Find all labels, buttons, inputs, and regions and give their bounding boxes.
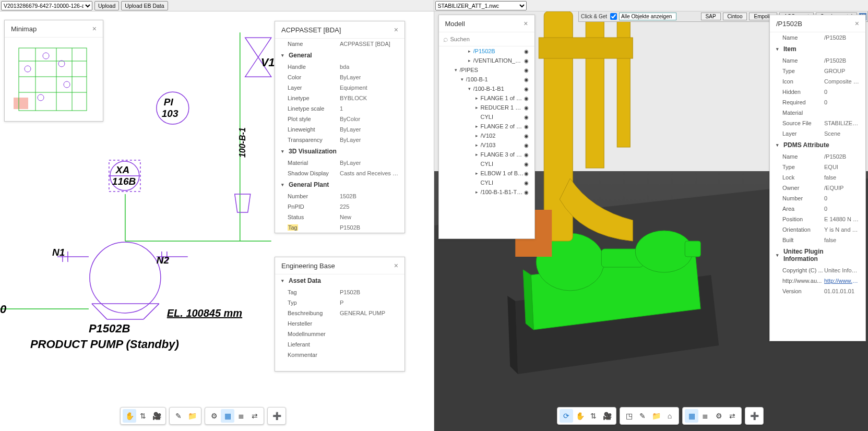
property-row: http://www.au...http://www.unitec.de xyxy=(770,276,865,286)
tree-item[interactable]: ▸ELBOW 1 of BRANCH◉ xyxy=(439,169,534,178)
eye-icon[interactable]: ◉ xyxy=(524,161,531,167)
property-row: Copyright (C) ...Unitec Informationssyst… xyxy=(770,265,865,276)
property-row: Lockfalse xyxy=(770,172,865,183)
right-topbar: STABILIZER_ATT_1.nwc xyxy=(434,0,869,11)
camera-icon[interactable]: 🎥 xyxy=(150,409,163,423)
layers-icon[interactable]: ≣ xyxy=(234,409,248,423)
close-icon[interactable]: × xyxy=(394,261,398,270)
eye-icon[interactable]: ◉ xyxy=(524,58,531,64)
tree-item[interactable]: ▾/100-B-1◉ xyxy=(439,75,534,84)
eye-icon[interactable]: ◉ xyxy=(524,171,531,176)
property-row: Name/P1502B xyxy=(770,55,865,66)
tree-item[interactable]: ▸/V102◉ xyxy=(439,131,534,140)
eye-icon[interactable]: ◉ xyxy=(524,114,531,120)
svg-point-43 xyxy=(38,94,44,101)
prop-title: ACPPASSET [BDA] xyxy=(281,26,341,34)
eye-icon[interactable]: ◉ xyxy=(524,86,531,92)
section-3d-vis[interactable]: ▾3D Visualization xyxy=(275,145,405,158)
eye-icon[interactable]: ◉ xyxy=(524,67,531,73)
gear-icon[interactable]: ⚙ xyxy=(712,409,726,423)
updown-icon[interactable]: ⇅ xyxy=(587,409,600,423)
tree-search-input[interactable] xyxy=(450,36,530,42)
tree-item[interactable]: ▸REDUCER 1 of BRANCH◉ xyxy=(439,103,534,112)
swap-icon[interactable]: ⇄ xyxy=(726,409,739,423)
eye-icon[interactable]: ◉ xyxy=(524,152,531,158)
grid-icon[interactable]: ▦ xyxy=(685,409,698,423)
sap-button[interactable]: SAP xyxy=(701,13,721,20)
section-head[interactable]: ▾Unitec Plugin Information xyxy=(770,245,865,265)
pencil-icon[interactable]: ✎ xyxy=(636,409,649,423)
folder-icon[interactable]: 📁 xyxy=(185,409,199,423)
tree-item[interactable]: ▸FLANGE 3 of BRANCH◉ xyxy=(439,150,534,159)
click-get-checkbox[interactable] xyxy=(610,13,617,20)
upload-button[interactable]: Upload xyxy=(94,1,119,10)
eye-icon[interactable]: ◉ xyxy=(524,189,531,195)
close-icon[interactable]: × xyxy=(855,19,859,28)
cube-icon[interactable]: ◳ xyxy=(622,409,636,423)
tree-item[interactable]: ▸FLANGE 2 of BRANCH◉ xyxy=(439,122,534,131)
svg-rect-32 xyxy=(19,48,87,111)
close-icon[interactable]: × xyxy=(524,19,528,28)
tree-item[interactable]: CYLI◉ xyxy=(439,159,534,169)
plus-icon[interactable]: ➕ xyxy=(747,409,761,423)
property-row: Source FileSTABILIZER_ATT_1.nwc xyxy=(770,118,865,128)
section-general-plant[interactable]: ▾General Plant xyxy=(275,178,405,191)
plus-icon[interactable]: ➕ xyxy=(270,409,283,423)
tree-item[interactable]: ▸/P1502B◉ xyxy=(439,46,534,56)
hand-icon[interactable]: ✋ xyxy=(123,409,136,423)
pencil-icon[interactable]: ✎ xyxy=(172,409,185,423)
camera-icon[interactable]: 🎥 xyxy=(600,409,614,423)
swap-icon[interactable]: ⇄ xyxy=(248,409,261,423)
tree-item[interactable]: ▸/100-B-1-B1-TEE◉ xyxy=(439,187,534,197)
tree-item[interactable]: ▸/VENTILATION_UNIT1◉ xyxy=(439,56,534,65)
layers-icon[interactable]: ≣ xyxy=(698,409,712,423)
left-bottom-toolbar: ✋ ⇅ 🎥 ✎ 📁 ⚙ ▦ ≣ ⇄ ➕ xyxy=(120,407,286,425)
property-row: Modellnummer xyxy=(275,329,405,339)
cintoo-button[interactable]: Cintoo xyxy=(723,13,747,20)
property-row: TypP xyxy=(275,297,405,308)
eye-icon[interactable]: ◉ xyxy=(524,49,531,54)
section-head[interactable]: ▾Item xyxy=(770,43,865,55)
orbit-icon[interactable]: ⟳ xyxy=(560,409,573,423)
tree-item[interactable]: ▸FLANGE 1 of BRANCH◉ xyxy=(439,93,534,103)
eye-icon[interactable]: ◉ xyxy=(524,105,531,111)
grid-icon[interactable]: ▦ xyxy=(221,409,234,423)
right-file-select[interactable]: STABILIZER_ATT_1.nwc xyxy=(435,1,527,10)
section-head[interactable]: ▾PDMS Attribute xyxy=(770,139,865,151)
close-icon[interactable]: × xyxy=(92,25,97,33)
close-icon[interactable]: × xyxy=(394,26,398,34)
section-general[interactable]: ▾General xyxy=(275,49,405,62)
tree-item[interactable]: ▾/100-B-1-B1◉ xyxy=(439,84,534,93)
left-file-select[interactable]: V2013286679-6427-10000-126-acad13.dwg xyxy=(1,1,92,10)
tree-item[interactable]: CYLI◉ xyxy=(439,112,534,122)
section-asset-data[interactable]: ▾Asset Data xyxy=(275,274,405,287)
property-row: OrientationY is N and Z is U xyxy=(770,224,865,235)
updown-icon[interactable]: ⇅ xyxy=(136,409,150,423)
tree-item[interactable]: ▸/V103◉ xyxy=(439,140,534,150)
tree-item[interactable]: CYLI◉ xyxy=(439,178,534,187)
folder-icon[interactable]: 📁 xyxy=(649,409,663,423)
svg-rect-55 xyxy=(617,11,630,147)
property-row: Name/P1502B xyxy=(770,151,865,162)
property-row: TypeGROUP xyxy=(770,66,865,76)
prop-right-title: /P1502B xyxy=(776,20,802,28)
eye-icon[interactable]: ◉ xyxy=(524,95,531,101)
home-icon[interactable]: ⌂ xyxy=(663,409,676,423)
svg-rect-56 xyxy=(539,38,633,58)
property-row: IconComposite Object xyxy=(770,76,865,87)
eye-icon[interactable]: ◉ xyxy=(524,77,531,82)
gear-icon[interactable]: ⚙ xyxy=(207,409,221,423)
property-row: LinetypeBYBLOCK xyxy=(275,93,405,103)
minimap-body[interactable] xyxy=(5,38,103,121)
eye-icon[interactable]: ◉ xyxy=(524,133,531,139)
property-row: PositionE 14880 N 12280 U 1150 xyxy=(770,214,865,224)
eye-icon[interactable]: ◉ xyxy=(524,142,531,148)
eye-icon[interactable]: ◉ xyxy=(524,124,531,129)
hand-icon[interactable]: ✋ xyxy=(573,409,587,423)
eye-icon[interactable]: ◉ xyxy=(524,180,531,186)
upload-eb-button[interactable]: Upload EB Data xyxy=(121,1,168,10)
tree-item[interactable]: ▾/PIPES◉ xyxy=(439,65,534,75)
filter-input[interactable] xyxy=(619,13,676,20)
property-row: Number1502B xyxy=(275,191,405,201)
minimap-panel[interactable]: Minimap × xyxy=(4,20,103,122)
